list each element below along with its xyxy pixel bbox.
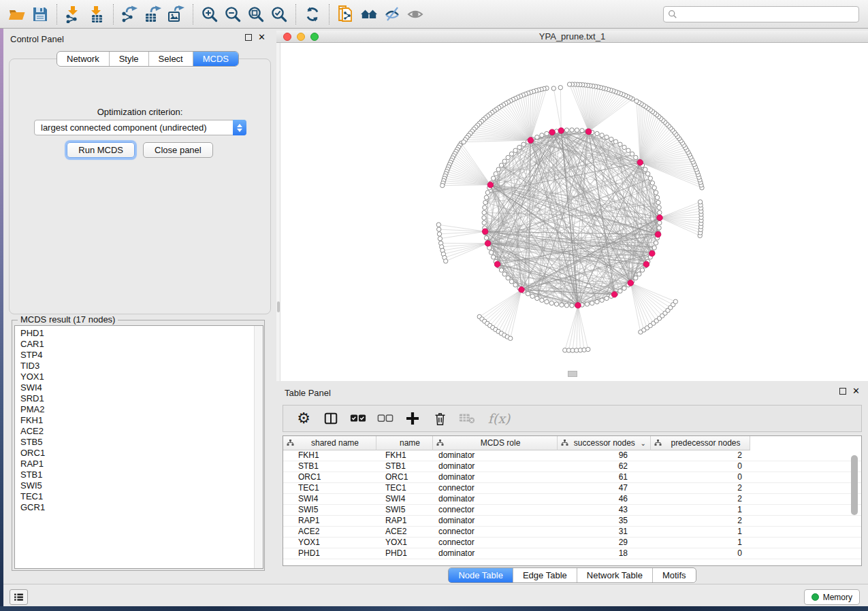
task-history-button[interactable] [10,589,28,605]
float-table-panel-icon[interactable] [839,388,846,395]
mcds-result-item[interactable]: STP4 [20,350,263,361]
show-eye-button[interactable] [404,3,427,26]
column-header-name[interactable]: name [376,436,433,450]
column-header-MCDS-role[interactable]: MCDS role [433,436,558,450]
tab-network-table[interactable]: Network Table [577,568,652,582]
network-canvas[interactable] [276,43,868,381]
mcds-result-item[interactable]: CAR1 [20,339,263,350]
minimize-window-icon[interactable] [297,33,305,41]
mcds-result-item[interactable]: TID3 [20,361,263,371]
network-hscrollbar-thumb[interactable] [568,371,577,377]
table-row[interactable]: ACE2ACE2connector311 [283,527,861,538]
tab-motifs[interactable]: Motifs [652,568,696,582]
tab-network[interactable]: Network [57,52,109,66]
function-builder-button[interactable]: f(x) [486,410,512,427]
table-cell: SWI4 [283,494,376,504]
column-header-shared-name[interactable]: shared name [283,436,376,450]
delete-table-button[interactable] [459,410,475,427]
close-panel-button[interactable]: Close panel [143,142,213,158]
column-header-predecessor-nodes[interactable]: predecessor nodes [651,436,750,450]
toolbar-separator [193,4,193,24]
import-network-button[interactable] [62,3,85,26]
main-toolbar [0,0,868,29]
mcds-result-item[interactable]: PMA2 [20,404,263,415]
table-row[interactable]: SWI5SWI5connector431 [283,505,861,516]
save-session-button[interactable] [29,3,52,26]
toolbar-search [663,6,859,22]
mcds-result-item[interactable]: ACE2 [20,426,263,437]
network-document-button[interactable] [334,3,357,26]
cytoscape-window: Control Panel ✕ Optimization criterion: … [0,0,868,611]
memory-button[interactable]: Memory [804,589,860,605]
export-image-button[interactable] [165,3,188,26]
mcds-result-item[interactable]: PHD1 [20,328,263,339]
mcds-result-item[interactable]: STB1 [20,469,263,480]
zoom-in-button[interactable] [198,3,221,26]
table-row[interactable]: RAP1RAP1dominator352 [283,516,861,527]
mcds-result-item[interactable]: STB5 [20,437,263,448]
status-bar: Memory [3,584,868,606]
search-input[interactable] [677,7,854,21]
zoom-fit-button[interactable] [244,3,268,26]
table-row[interactable]: YOX1YOX1connector291 [283,538,861,548]
settings-gear-button[interactable]: ⚙ [295,410,312,427]
table-row[interactable]: ORC1ORC1dominator610 [283,472,861,483]
mcds-result-item[interactable]: YOX1 [20,371,263,382]
table-cell: SWI5 [283,505,376,515]
mcds-result-item[interactable]: SWI4 [20,382,263,393]
column-header-successor-nodes[interactable]: successor nodes⌄ [558,436,651,450]
refresh-button[interactable] [301,3,324,26]
criterion-select[interactable]: largest connected component (undirected) [34,120,246,135]
mcds-result-item[interactable]: ORC1 [20,448,263,459]
table-row[interactable]: STB1STB1dominator620 [283,461,861,472]
mcds-result-item[interactable]: SWI5 [20,480,263,491]
tab-mcds[interactable]: MCDS [193,52,238,66]
table-cell: 1 [651,538,750,548]
mcds-result-item[interactable]: RAP1 [20,459,263,469]
export-table-button[interactable] [142,3,165,26]
add-column-button[interactable] [404,410,421,427]
homes-button[interactable] [357,3,381,26]
maximize-window-icon[interactable] [310,33,319,41]
export-network-button[interactable] [118,3,142,26]
zoom-selected-button[interactable] [268,3,291,26]
show-eye-icon [406,5,424,23]
close-table-panel-icon[interactable]: ✕ [852,388,860,395]
hide-details-button[interactable] [381,3,404,26]
network-window-titlebar[interactable]: YPA_prune.txt_1 [276,31,868,43]
table-row[interactable]: TEC1TEC1connector472 [283,483,861,494]
close-panel-icon[interactable]: ✕ [258,34,266,41]
mcds-result-item[interactable]: GCR1 [20,502,263,513]
network-window-title: YPA_prune.txt_1 [539,31,605,42]
delete-column-button[interactable] [432,410,448,427]
network-vscrollbar[interactable] [276,43,280,381]
mcds-result-item[interactable]: TEC1 [20,491,263,502]
table-cell: 43 [558,505,651,515]
mcds-result-item[interactable]: FKH1 [20,415,263,426]
mcds-list-scrollbar[interactable] [254,326,263,568]
table-cell: ACE2 [376,527,433,537]
table-scrollbar-thumb[interactable] [851,455,858,515]
network-view-window: YPA_prune.txt_1 [276,31,868,381]
tab-edge-table[interactable]: Edge Table [513,568,577,582]
split-view-button[interactable] [323,410,339,427]
table-row[interactable]: PHD1PHD1dominator180 [283,548,861,559]
close-window-icon[interactable] [283,33,291,41]
tab-node-table[interactable]: Node Table [449,568,513,582]
tab-select[interactable]: Select [148,52,193,66]
table-row[interactable]: FKH1FKH1dominator962 [283,450,861,461]
open-session-button[interactable] [5,3,29,26]
network-graph[interactable] [276,43,868,381]
table-row[interactable]: SWI4SWI4dominator462 [283,494,861,505]
tab-style[interactable]: Style [109,52,148,66]
select-all-button[interactable] [350,410,366,427]
run-mcds-button[interactable]: Run MCDS [67,142,135,158]
import-table-button[interactable] [85,3,108,26]
mcds-result-item[interactable]: SRD1 [20,393,263,404]
float-panel-icon[interactable] [245,34,252,41]
attribute-tree-icon [287,440,294,446]
table-cell: FKH1 [376,450,433,461]
table-cell: STB1 [376,461,433,472]
deselect-all-button[interactable] [377,410,393,427]
zoom-out-button[interactable] [221,3,244,26]
